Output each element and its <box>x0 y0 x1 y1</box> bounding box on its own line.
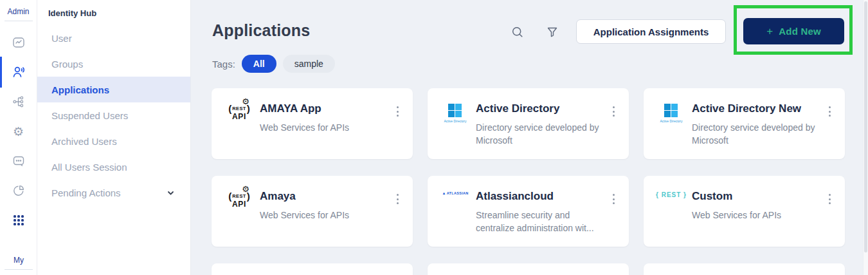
sidebar-item-label: Pending Actions <box>51 187 121 198</box>
sidebar-item-pending-actions[interactable]: Pending Actions <box>37 180 190 205</box>
card-description: Streamline security and centralize admin… <box>476 209 599 234</box>
card-icon-slot: ⚙(REST)API <box>223 191 255 208</box>
card-icon-slot: ▲ATLASSIAN <box>439 191 471 195</box>
sidebar-item-groups[interactable]: Groups <box>37 51 190 77</box>
add-new-button[interactable]: +Add New <box>743 18 844 44</box>
application-card[interactable]: ⚙(REST)API AMAYA App Web Services for AP… <box>212 88 413 159</box>
card-title: Active Directory New <box>692 102 801 115</box>
rail-admin-label: Admin <box>0 7 37 16</box>
card-menu-button[interactable] <box>607 191 620 207</box>
card-partial <box>644 263 845 275</box>
sidebar-item-label: User <box>51 33 72 44</box>
users-icon[interactable] <box>11 64 26 80</box>
card-title: AMAYA App <box>260 102 321 115</box>
card-description: Directory service developed by Microsoft <box>476 121 599 147</box>
card-menu-button[interactable] <box>391 104 404 119</box>
dashboard-icon[interactable] <box>11 35 26 50</box>
card-title: Custom <box>692 190 732 203</box>
sidebar-item-user[interactable]: User <box>37 25 190 51</box>
card-description: Web Services for APIs <box>260 121 383 134</box>
rail-divider-bottom <box>5 269 33 270</box>
tags-row: Tags: All sample <box>212 55 335 73</box>
sidebar-item-label: Archived Users <box>51 136 117 147</box>
card-description: Web Services for APIs <box>692 209 815 222</box>
rail-active-indicator <box>0 57 2 88</box>
application-card[interactable]: ▲ATLASSIAN Atlassiancloud Streamline sec… <box>428 176 629 247</box>
sidebar-menu: User Groups Applications Suspended Users… <box>37 25 190 205</box>
scrollbar-thumb[interactable] <box>864 1 867 252</box>
sidebar: Identity Hub User Groups Applications Su… <box>37 0 191 275</box>
rest-api-icon: ⚙(REST)API <box>228 104 250 120</box>
atlassian-icon: ▲ATLASSIAN <box>442 191 468 195</box>
sitemap-icon[interactable] <box>11 94 26 109</box>
card-menu-button[interactable] <box>607 104 620 119</box>
card-partial <box>428 263 629 275</box>
application-assignments-button[interactable]: Application Assignments <box>576 19 726 44</box>
apps-grid-icon[interactable] <box>11 213 26 228</box>
card-icon-slot: ⚙(REST)API <box>223 104 255 120</box>
plus-icon: + <box>766 25 773 37</box>
sidebar-item-label: Applications <box>51 84 109 95</box>
filter-icon[interactable] <box>545 24 560 40</box>
card-menu-button[interactable] <box>391 191 404 207</box>
card-description: Web Services for APIs <box>260 209 383 222</box>
card-title: Active Directory <box>476 102 559 115</box>
card-title: Amaya <box>260 190 296 203</box>
rail-divider <box>5 21 33 21</box>
card-icon-slot: { REST } <box>655 191 687 198</box>
sidebar-item-all-users-session[interactable]: All Users Session <box>37 154 190 180</box>
card-icon-slot: Active Directory <box>655 104 687 123</box>
tag-pill-all[interactable]: All <box>242 55 276 73</box>
tags-label: Tags: <box>212 59 235 70</box>
rest-custom-icon: { REST } <box>656 191 687 198</box>
gear-icon[interactable]: ⚙ <box>11 124 26 139</box>
card-description: Directory service developed by Microsoft <box>692 121 815 147</box>
application-card[interactable]: Active Directory Active Directory New Di… <box>644 88 845 159</box>
application-card[interactable]: ⚙(REST)API Amaya Web Services for APIs <box>212 176 413 247</box>
active-directory-icon: Active Directory <box>660 104 682 123</box>
application-card[interactable]: Active Directory Active Directory Direct… <box>428 88 629 159</box>
sidebar-item-suspended-users[interactable]: Suspended Users <box>37 102 190 128</box>
cards-grid: ⚙(REST)API AMAYA App Web Services for AP… <box>212 88 845 275</box>
card-title: Atlassiancloud <box>476 190 554 203</box>
application-card[interactable]: { REST } Custom Web Services for APIs <box>644 176 845 247</box>
card-partial <box>212 263 413 275</box>
sidebar-item-applications[interactable]: Applications <box>37 77 190 102</box>
rest-api-icon: ⚙(REST)API <box>228 191 250 208</box>
chat-icon[interactable] <box>11 153 26 169</box>
chevron-down-icon <box>167 189 175 197</box>
sidebar-item-label: Suspended Users <box>51 110 128 121</box>
sidebar-title: Identity Hub <box>37 0 190 18</box>
page-title: Applications <box>212 21 310 40</box>
card-menu-button[interactable] <box>823 104 836 119</box>
sidebar-item-archived-users[interactable]: Archived Users <box>37 128 190 154</box>
search-button[interactable] <box>510 24 525 40</box>
card-menu-button[interactable] <box>823 191 836 207</box>
main-content: Applications Application Assignments +Ad… <box>191 0 868 275</box>
active-directory-icon: Active Directory <box>444 104 466 123</box>
pie-chart-icon[interactable] <box>11 183 26 198</box>
scrollbar-track[interactable] <box>863 0 868 275</box>
sidebar-item-label: All Users Session <box>51 162 127 173</box>
tag-pill-sample[interactable]: sample <box>283 55 335 73</box>
sidebar-item-label: Groups <box>51 59 83 70</box>
card-icon-slot: Active Directory <box>439 104 471 123</box>
admin-rail: Admin ⚙ <box>0 0 37 275</box>
rail-my-label[interactable]: My <box>0 256 37 265</box>
